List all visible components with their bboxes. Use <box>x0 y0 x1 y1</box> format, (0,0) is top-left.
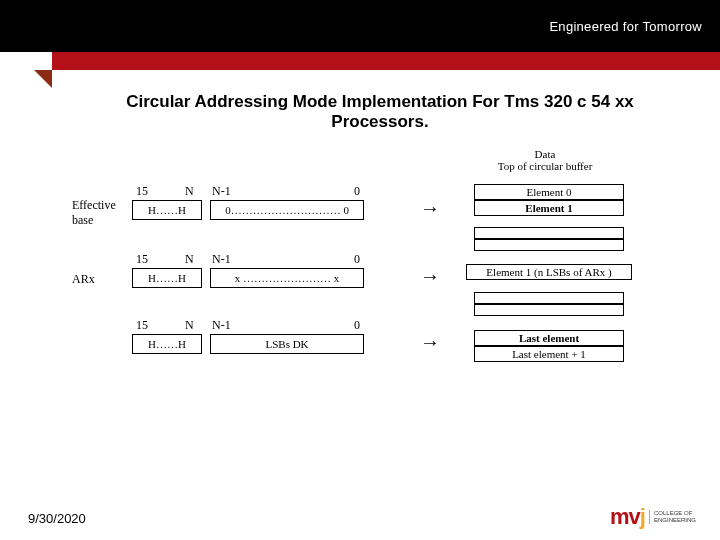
stack-element1: Element 1 <box>474 200 624 216</box>
col-15-r3: 15 <box>136 318 148 333</box>
col-15-r2: 15 <box>136 252 148 267</box>
arrow-r2: → <box>420 266 440 286</box>
col-N-r2: N <box>185 252 194 267</box>
arrow-r1: → <box>420 198 440 218</box>
stack-gap4 <box>474 304 624 316</box>
stack-gap1 <box>474 227 624 239</box>
row2-box-left: H……H <box>132 268 202 288</box>
col-N1-r1: N-1 <box>212 184 231 199</box>
slide-title: Circular Addressing Mode Implementation … <box>80 92 680 132</box>
logo: mvj COLLEGE OF ENGINEERING <box>610 504 696 530</box>
stack-elementI: Element 1 (n LSBs of ARx ) <box>466 264 632 280</box>
arrow-r3: → <box>420 332 440 352</box>
row1-box-left: H……H <box>132 200 202 220</box>
tagline: Engineered for Tomorrow <box>549 19 702 34</box>
data-header-line2: Top of circular buffer <box>470 160 620 172</box>
col-N1-r2: N-1 <box>212 252 231 267</box>
row3-box-right: LSBs DK <box>210 334 364 354</box>
row2-box-right: x …………………… x <box>210 268 364 288</box>
data-header-line1: Data <box>470 148 620 160</box>
footer-date: 9/30/2020 <box>28 511 86 526</box>
col-0-r2: 0 <box>354 252 360 267</box>
row3-box-left: H……H <box>132 334 202 354</box>
data-header: Data Top of circular buffer <box>470 148 620 172</box>
col-N-r1: N <box>185 184 194 199</box>
stack-element0: Element 0 <box>474 184 624 200</box>
stack-gap3 <box>474 292 624 304</box>
logo-mark: mvj <box>610 504 645 530</box>
col-N1-r3: N-1 <box>212 318 231 333</box>
stack-lastplus1: Last element + 1 <box>474 346 624 362</box>
row1-box-right: 0………………………… 0 <box>210 200 364 220</box>
col-N-r3: N <box>185 318 194 333</box>
diagram-area: Data Top of circular buffer 15 N N-1 0 E… <box>72 146 720 476</box>
red-strip <box>52 52 720 70</box>
stack-gap2 <box>474 239 624 251</box>
stack-last: Last element <box>474 330 624 346</box>
col-0-r1: 0 <box>354 184 360 199</box>
top-black-bar: Engineered for Tomorrow <box>0 0 720 52</box>
col-0-r3: 0 <box>354 318 360 333</box>
logo-text: COLLEGE OF ENGINEERING <box>649 510 696 523</box>
col-15-r1: 15 <box>136 184 148 199</box>
row2-label: ARx <box>72 272 95 287</box>
row1-label: Effective base <box>72 198 116 228</box>
